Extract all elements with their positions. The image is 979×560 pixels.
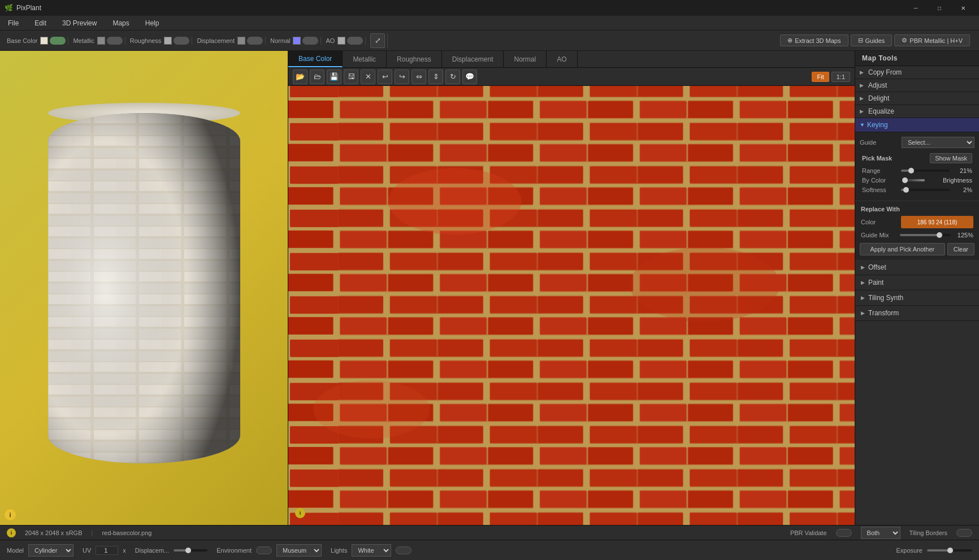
flip-v-button[interactable]: ⇕ <box>428 70 443 84</box>
paint-section[interactable]: ▶ Paint <box>855 275 979 290</box>
undo-button[interactable]: ↩ <box>378 70 392 84</box>
delight-row[interactable]: ▶ Delight <box>855 92 979 105</box>
fit-to-window-button[interactable]: ⤢ <box>370 33 385 48</box>
environment-toggle[interactable] <box>256 546 272 554</box>
pbr-validate-select[interactable]: Both <box>861 527 900 539</box>
tiling-synth-label: Tiling Synth <box>868 294 903 302</box>
map-toolbar: 📂 🗁 💾 🖫 ✕ ↩ ↪ ⇔ ⇕ ↻ 💬 Fit 1:1 <box>288 68 855 86</box>
close-button[interactable]: ✕ <box>361 70 375 84</box>
menu-3d-preview[interactable]: 3D Preview <box>59 18 100 28</box>
toolbar: Base Color Metallic Roughness Displaceme… <box>0 31 979 51</box>
range-value: 21% <box>952 167 972 174</box>
softness-track[interactable] <box>901 189 950 191</box>
roughness-label: Roughness <box>130 37 162 44</box>
softness-value: 2% <box>952 186 972 193</box>
tab-displacement[interactable]: Displacement <box>442 51 504 67</box>
tab-normal[interactable]: Normal <box>504 51 547 67</box>
1to1-button[interactable]: 1:1 <box>831 72 850 82</box>
redo-button[interactable]: ↪ <box>395 70 409 84</box>
guide-mix-track[interactable] <box>900 234 951 236</box>
environment-select[interactable]: Museum <box>276 544 322 557</box>
tiling-borders-toggle[interactable] <box>956 529 972 537</box>
metallic-toggle[interactable] <box>107 37 123 45</box>
normal-toggle[interactable] <box>302 37 318 45</box>
displacement-thumb[interactable] <box>185 548 191 553</box>
uv-input[interactable] <box>96 546 118 555</box>
range-track[interactable] <box>901 170 950 172</box>
menu-edit[interactable]: Edit <box>31 18 50 28</box>
paint-arrow: ▶ <box>861 280 865 285</box>
paint-label: Paint <box>868 279 883 286</box>
extract-3d-maps-button[interactable]: ⊕ Extract 3D Maps <box>780 34 848 46</box>
ao-group: AO <box>323 37 366 45</box>
cylinder-texture-svg <box>48 113 240 463</box>
keying-header[interactable]: ▼ Keying <box>855 118 979 132</box>
base-color-toggle[interactable] <box>50 37 66 45</box>
offset-label: Offset <box>868 263 886 271</box>
offset-section[interactable]: ▶ Offset <box>855 260 979 275</box>
apply-pick-another-button[interactable]: Apply and Pick Another <box>860 243 945 255</box>
environment-section: Environment Museum <box>216 544 322 557</box>
tiling-synth-section[interactable]: ▶ Tiling Synth <box>855 290 979 306</box>
comment-button[interactable]: 💬 <box>462 70 477 84</box>
model-select[interactable]: Cylinder <box>28 544 73 557</box>
guide-mix-fill <box>900 234 938 236</box>
guides-icon: ⊟ <box>858 37 863 44</box>
map-image: i <box>288 86 855 525</box>
displacement-track[interactable] <box>174 549 207 552</box>
map-viewport: Base Color Metallic Roughness Displaceme… <box>288 51 855 525</box>
softness-thumb[interactable] <box>903 187 909 193</box>
equalize-row[interactable]: ▶ Equalize <box>855 105 979 118</box>
open-folder-button[interactable]: 🗁 <box>310 70 324 84</box>
save-as-button[interactable]: 🖫 <box>344 70 358 84</box>
adjust-row[interactable]: ▶ Adjust <box>855 79 979 92</box>
keying-arrow: ▼ <box>860 122 865 128</box>
rotate-button[interactable]: ↻ <box>445 70 460 84</box>
tab-displacement-label: Displacement <box>452 55 493 63</box>
displacement-toggle[interactable] <box>247 37 263 45</box>
guide-select[interactable]: Select... <box>902 137 974 148</box>
open-file-button[interactable]: 📂 <box>293 70 307 84</box>
app-icon: 🌿 <box>5 4 13 12</box>
menu-file[interactable]: File <box>5 18 22 28</box>
tab-roughness[interactable]: Roughness <box>387 51 442 67</box>
copy-from-row[interactable]: ▶ Copy From <box>855 66 979 79</box>
guide-mix-thumb[interactable] <box>937 232 942 238</box>
uv-x-label: x <box>123 547 126 554</box>
lights-select[interactable]: White <box>352 544 391 557</box>
range-thumb[interactable] <box>908 168 914 173</box>
pbr-validate-toggle[interactable] <box>836 529 852 537</box>
tab-base-color[interactable]: Base Color <box>288 51 343 67</box>
roughness-toggle[interactable] <box>174 37 189 45</box>
ao-label: AO <box>326 37 335 44</box>
show-mask-button[interactable]: Show Mask <box>930 153 972 163</box>
menu-maps[interactable]: Maps <box>109 18 132 28</box>
by-color-track[interactable] <box>901 179 925 181</box>
fit-res-group: Fit 1:1 <box>812 72 850 82</box>
ao-toggle[interactable] <box>347 37 363 45</box>
copy-from-label: Copy From <box>868 68 902 76</box>
menu-help[interactable]: Help <box>142 18 163 28</box>
transform-section[interactable]: ▶ Transform <box>855 306 979 321</box>
color-swatch-button[interactable]: 186 93 24 (118) <box>901 216 973 228</box>
fit-button[interactable]: Fit <box>812 72 829 82</box>
close-button[interactable]: ✕ <box>952 0 974 16</box>
clear-button[interactable]: Clear <box>947 243 974 255</box>
flip-h-button[interactable]: ⇔ <box>411 70 426 84</box>
range-slider-row: Range 21% <box>860 167 974 174</box>
minimize-button[interactable]: ─ <box>904 0 927 16</box>
tab-metallic[interactable]: Metallic <box>343 51 387 67</box>
lights-toggle[interactable] <box>396 546 411 554</box>
map-info-badge: i <box>295 508 305 518</box>
by-color-thumb[interactable] <box>902 177 908 183</box>
pbr-button[interactable]: ⚙ PBR Metallic | H+V <box>894 34 970 46</box>
transform-label: Transform <box>868 309 899 317</box>
save-button[interactable]: 💾 <box>327 70 341 84</box>
maximize-button[interactable]: □ <box>928 0 951 16</box>
guides-button[interactable]: ⊟ Guides <box>851 34 893 46</box>
range-label: Range <box>862 167 899 174</box>
panel-title: Map Tools <box>855 51 979 66</box>
exposure-track[interactable] <box>927 549 972 552</box>
exposure-thumb[interactable] <box>947 548 953 553</box>
tab-ao[interactable]: AO <box>547 51 577 67</box>
